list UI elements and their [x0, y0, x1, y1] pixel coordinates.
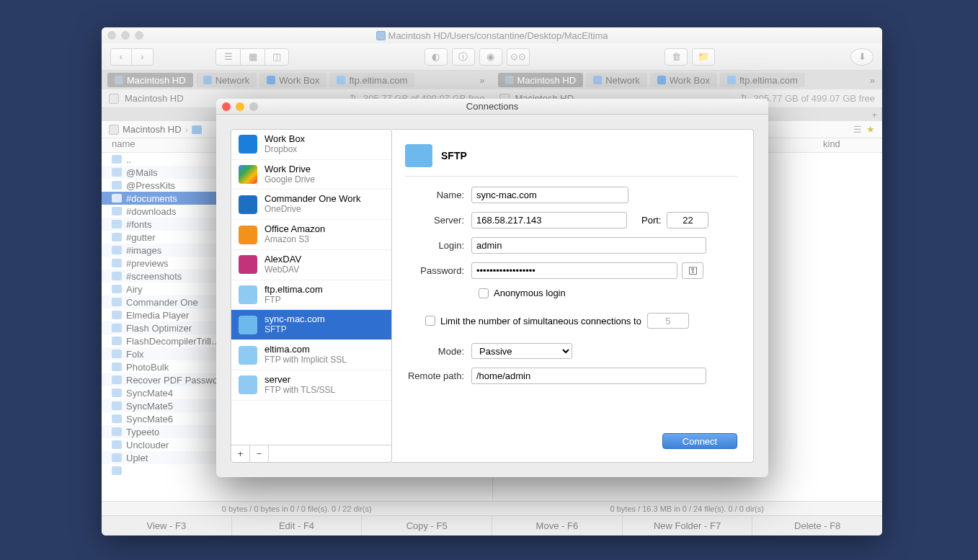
keychain-button[interactable]: ⚿: [682, 262, 703, 279]
folder-icon: [112, 311, 122, 319]
view-grid-button[interactable]: ▦: [240, 48, 264, 66]
info-icon: ⓘ: [458, 50, 468, 63]
folder-icon: [112, 285, 122, 293]
folder-icon: [112, 401, 122, 410]
folder-icon: [112, 453, 122, 462]
connection-detail: SFTP Name: Server: Port: Login: Password…: [392, 129, 754, 463]
service-icon: [239, 195, 257, 214]
volume-name: Macintosh HD: [125, 93, 184, 104]
remove-connection-button[interactable]: −: [250, 445, 269, 462]
tab[interactable]: Network: [586, 73, 647, 87]
connection-item[interactable]: Work BoxDropbox: [231, 130, 391, 160]
more-tabs-left-icon[interactable]: »: [479, 75, 484, 86]
limit-row[interactable]: Limit the number of simultaneous connect…: [425, 313, 737, 329]
login-field[interactable]: [471, 237, 706, 254]
remote-path-field[interactable]: [471, 368, 706, 384]
connections-list: Work BoxDropboxWork DriveGoogle DriveCom…: [231, 130, 391, 445]
view-list-button[interactable]: ☰: [215, 48, 240, 66]
folder-icon: [112, 440, 122, 449]
tabs-left: Macintosh HDNetworkWork Boxftp.eltima.co…: [102, 71, 492, 89]
mode-select[interactable]: Passive: [471, 343, 572, 359]
star-icon[interactable]: ★: [866, 124, 875, 135]
anonymous-row[interactable]: Anonymous login: [479, 288, 737, 298]
download-button[interactable]: ⬇: [850, 48, 873, 66]
name-field[interactable]: [471, 187, 628, 203]
more-tabs-right-icon[interactable]: »: [870, 75, 875, 86]
toggle-hidden-button[interactable]: ◐: [424, 48, 448, 66]
folder-icon: [112, 168, 122, 177]
preview-button[interactable]: ◉: [479, 48, 502, 66]
row-login: Login:: [405, 237, 737, 254]
dual-button[interactable]: ⊙⊙: [507, 48, 530, 66]
tab[interactable]: Network: [196, 73, 257, 87]
connection-item[interactable]: AlexDAVWebDAV: [231, 250, 391, 280]
info-button[interactable]: ⓘ: [452, 48, 475, 66]
fn-button[interactable]: Move - F6: [492, 516, 623, 535]
tab[interactable]: Work Box: [650, 73, 717, 87]
folder-icon: [112, 324, 122, 332]
anonymous-checkbox[interactable]: [479, 288, 489, 298]
folder-icon: [112, 427, 122, 436]
limit-checkbox[interactable]: [425, 316, 435, 326]
main-titlebar: Macintosh HD/Users/constantine/Desktop/M…: [102, 27, 882, 43]
tab[interactable]: Macintosh HD: [498, 73, 584, 87]
add-connection-button[interactable]: +: [231, 445, 250, 462]
eye-icon: ◉: [486, 51, 494, 62]
connection-item[interactable]: serverFTP with TLS/SSL: [231, 370, 391, 401]
folder-icon: [112, 350, 122, 358]
fn-button[interactable]: View - F3: [102, 516, 232, 535]
status-left: 0 bytes / 0 bytes in 0 / 0 file(s). 0 / …: [102, 502, 492, 515]
folder-icon: [112, 181, 122, 190]
tab[interactable]: ftp.eltima.com: [329, 73, 414, 87]
key-icon: ⚿: [688, 265, 698, 276]
connect-button[interactable]: Connect: [662, 433, 737, 449]
tab-icon: [593, 76, 602, 84]
col-kind[interactable]: kind: [823, 138, 882, 152]
protocol-label: SFTP: [441, 150, 467, 161]
status-row: 0 bytes / 0 bytes in 0 / 0 file(s). 0 / …: [102, 501, 882, 515]
server-field[interactable]: [471, 212, 627, 228]
connection-item[interactable]: ftp.eltima.comFTP: [231, 280, 391, 311]
trash-button[interactable]: 🗑: [664, 48, 688, 66]
limit-field[interactable]: [647, 313, 689, 329]
detail-header: SFTP: [405, 144, 737, 177]
fn-button[interactable]: Delete - F8: [752, 516, 882, 535]
tab-icon: [657, 76, 666, 84]
row-password: Password: ⚿: [405, 262, 737, 279]
download-icon: ⬇: [858, 51, 866, 62]
row-name: Name:: [405, 187, 737, 203]
password-field[interactable]: [471, 262, 677, 279]
service-icon: [239, 165, 257, 184]
connection-item[interactable]: Commander One WorkOneDrive: [231, 190, 391, 220]
list-icon[interactable]: ☰: [853, 124, 862, 135]
port-field[interactable]: [667, 212, 708, 228]
tab[interactable]: Work Box: [259, 73, 326, 87]
add-tab-button[interactable]: +: [871, 109, 877, 122]
dual-icon: ⊙⊙: [510, 51, 526, 62]
list-icon: ☰: [224, 51, 233, 62]
folder-icon: [112, 220, 122, 228]
back-button[interactable]: ‹: [110, 48, 132, 66]
fn-button[interactable]: New Folder - F7: [623, 516, 753, 535]
chevron-left-icon: ‹: [120, 51, 123, 62]
forward-button[interactable]: ›: [132, 48, 154, 66]
dialog-body: Work BoxDropboxWork DriveGoogle DriveCom…: [216, 115, 768, 477]
connection-item[interactable]: Office AmazonAmazon S3: [231, 220, 391, 250]
nav-group: ‹ ›: [110, 48, 154, 66]
service-icon: [239, 255, 257, 274]
connections-footer: + −: [231, 445, 391, 462]
grid-icon: ▦: [249, 51, 257, 62]
chevron-right-icon: ›: [141, 51, 143, 62]
connect-button[interactable]: 📁: [692, 48, 715, 66]
fn-button[interactable]: Edit - F4: [232, 516, 363, 535]
connection-item[interactable]: eltima.comFTP with Implicit SSL: [231, 340, 391, 370]
tab-icon: [727, 76, 736, 84]
tab[interactable]: ftp.eltima.com: [720, 73, 805, 87]
service-icon: [239, 135, 257, 154]
view-columns-button[interactable]: ◫: [264, 48, 289, 66]
tab[interactable]: Macintosh HD: [107, 73, 193, 87]
service-icon: [239, 375, 257, 394]
fn-button[interactable]: Copy - F5: [362, 516, 492, 535]
connection-item[interactable]: Work DriveGoogle Drive: [231, 160, 391, 190]
connection-item[interactable]: sync-mac.comSFTP: [231, 310, 391, 340]
